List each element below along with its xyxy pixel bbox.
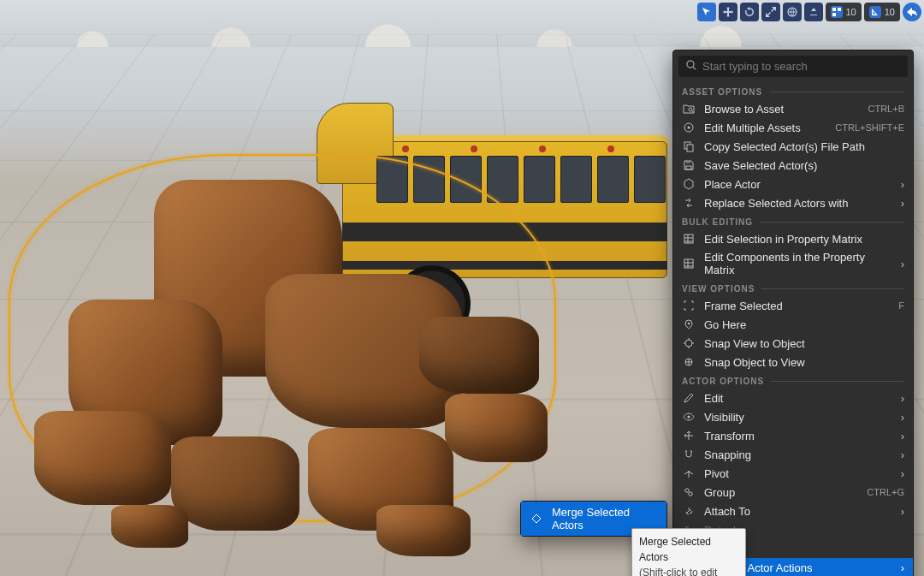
menu-place-actor[interactable]: Place Actor › [673, 175, 913, 193]
context-menu: ASSET OPTIONS Browse to Asset CTRL+B Edi… [672, 50, 914, 576]
scale-tool-button[interactable] [761, 3, 780, 21]
go-here-icon [682, 318, 696, 331]
blueprint-node-icon [530, 512, 543, 526]
menu-copy-file-path[interactable]: Copy Selected Actor(s) File Path [673, 137, 913, 156]
menu-snapping[interactable]: Snapping › [673, 445, 913, 464]
chevron-right-icon: › [901, 392, 904, 405]
section-view-options: VIEW OPTIONS [673, 279, 913, 296]
surface-snap-button[interactable] [804, 3, 823, 21]
multi-edit-icon [682, 121, 696, 134]
chevron-right-icon: › [901, 411, 904, 424]
svg-point-4 [688, 127, 690, 129]
svg-rect-6 [687, 145, 693, 151]
move-tool-button[interactable] [719, 3, 737, 21]
menu-snap-object-to-view[interactable]: Snap Object to View [673, 353, 913, 371]
svg-point-15 [688, 471, 690, 472]
svg-rect-7 [686, 161, 690, 163]
transform-icon [682, 429, 696, 442]
svg-point-16 [685, 489, 689, 492]
menu-search-row [678, 56, 908, 77]
snap-object-icon [682, 355, 696, 369]
chevron-right-icon: › [901, 467, 904, 480]
tooltip-hint: (Shift-click to edit script) [639, 565, 738, 576]
chevron-right-icon: › [901, 561, 904, 574]
menu-edit-components-matrix[interactable]: Edit Components in the Property Matrix › [673, 248, 913, 279]
menu-visibility[interactable]: Visibility › [673, 407, 913, 426]
menu-search-input[interactable] [702, 60, 901, 73]
group-icon [682, 485, 696, 499]
menu-transform[interactable]: Transform › [673, 426, 913, 445]
search-icon [685, 59, 697, 74]
pivot-icon [682, 466, 696, 480]
angle-snap-value: 10 [885, 7, 895, 17]
menu-edit[interactable]: Edit › [673, 389, 913, 407]
scene-rocks [17, 171, 548, 531]
matrix-icon [682, 232, 696, 246]
frame-icon [682, 299, 696, 312]
snap-view-icon [682, 336, 696, 350]
menu-edit-multiple-assets[interactable]: Edit Multiple Assets CTRL+SHIFT+E [673, 118, 913, 137]
svg-point-1 [687, 61, 694, 68]
select-tool-button[interactable] [697, 3, 716, 21]
menu-group[interactable]: Group CTRL+G [673, 483, 913, 502]
chevron-right-icon: › [901, 178, 904, 191]
menu-replace-selected-actors[interactable]: Replace Selected Actors with › [673, 193, 913, 212]
svg-point-11 [688, 323, 690, 325]
save-icon [682, 158, 696, 172]
svg-rect-8 [686, 166, 691, 169]
svg-point-17 [689, 492, 692, 496]
menu-edit-property-matrix[interactable]: Edit Selection in Property Matrix [673, 229, 913, 248]
svg-point-14 [687, 415, 690, 418]
matrix-icon [682, 257, 696, 270]
camera-speed-button[interactable] [903, 3, 921, 21]
chevron-right-icon: › [901, 430, 904, 442]
replace-icon [682, 196, 696, 210]
grid-snap-value: 10 [846, 7, 856, 17]
grid-snap-chip[interactable]: 10 [826, 3, 862, 21]
menu-snap-view-to-object[interactable]: Snap View to Object [673, 334, 913, 353]
world-local-toggle[interactable] [783, 3, 802, 21]
snapping-icon [682, 448, 696, 461]
chevron-right-icon: › [901, 448, 904, 461]
rotate-tool-button[interactable] [740, 3, 759, 21]
place-actor-icon [682, 177, 696, 191]
section-actor-options: ACTOR OPTIONS [673, 371, 913, 389]
tooltip-title: Merge Selected Actors [639, 534, 738, 565]
menu-save-selected-actors[interactable]: Save Selected Actor(s) [673, 156, 913, 175]
section-bulk-editing: BULK EDITING [673, 212, 913, 229]
copy-path-icon [682, 140, 696, 153]
chevron-right-icon: › [901, 197, 904, 210]
viewport-toolbar: 10 10 [695, 2, 925, 22]
tooltip: Merge Selected Actors (Shift-click to ed… [631, 528, 746, 576]
svg-point-12 [685, 340, 692, 347]
menu-attach-to[interactable]: Attach To › [673, 502, 913, 520]
folder-search-icon [682, 102, 696, 116]
svg-point-2 [689, 108, 692, 111]
pencil-icon [682, 391, 696, 405]
menu-pivot[interactable]: Pivot › [673, 464, 913, 483]
menu-frame-selected[interactable]: Frame Selected F [673, 296, 913, 315]
chevron-right-icon: › [901, 258, 904, 270]
section-asset-options: ASSET OPTIONS [673, 82, 913, 99]
grid-snap-icon [831, 6, 843, 18]
attach-icon [682, 504, 696, 518]
menu-browse-to-asset[interactable]: Browse to Asset CTRL+B [673, 99, 913, 118]
angle-snap-chip[interactable]: 10 [864, 3, 900, 21]
chevron-right-icon: › [901, 505, 904, 518]
eye-icon [682, 410, 696, 424]
menu-go-here[interactable]: Go Here [673, 315, 913, 334]
angle-snap-icon [869, 6, 881, 18]
